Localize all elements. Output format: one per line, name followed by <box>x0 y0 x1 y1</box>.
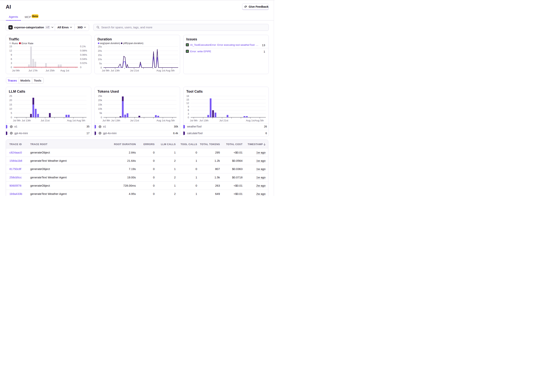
svg-text:0.1%: 0.1% <box>80 45 86 48</box>
svg-text:15s: 15s <box>98 54 102 56</box>
svg-text:18: 18 <box>186 95 189 98</box>
svg-text:Jul 9th: Jul 9th <box>190 119 198 122</box>
svg-text:15: 15 <box>9 103 12 106</box>
svg-text:15k: 15k <box>98 103 102 106</box>
svg-text:Jul 21st: Jul 21st <box>41 119 50 122</box>
svg-text:20: 20 <box>9 99 12 102</box>
svg-text:25s: 25s <box>98 45 102 48</box>
svg-text:10k: 10k <box>98 107 102 110</box>
svg-text:Jul 9th: Jul 9th <box>102 69 110 72</box>
svg-text:15: 15 <box>9 45 12 48</box>
svg-text:12: 12 <box>9 49 12 52</box>
svg-text:0: 0 <box>11 116 12 119</box>
svg-text:15: 15 <box>186 98 189 101</box>
svg-text:20k: 20k <box>98 99 102 102</box>
svg-text:9: 9 <box>187 105 189 108</box>
svg-text:3: 3 <box>187 112 189 115</box>
svg-text:Jul 9th: Jul 9th <box>12 69 20 72</box>
svg-text:0: 0 <box>101 116 102 119</box>
svg-text:Jul 13th: Jul 13th <box>22 119 31 122</box>
svg-text:Aug 5th: Aug 5th <box>255 119 264 122</box>
svg-text:Jul 9th: Jul 9th <box>102 119 110 122</box>
svg-text:Jul 13th: Jul 13th <box>200 119 208 122</box>
svg-text:3: 3 <box>11 62 12 64</box>
svg-text:5: 5 <box>11 112 12 114</box>
svg-text:Jul 21st: Jul 21st <box>130 69 139 72</box>
svg-text:0: 0 <box>80 66 81 69</box>
svg-text:12: 12 <box>186 102 189 105</box>
svg-text:25: 25 <box>9 95 12 98</box>
svg-text:0: 0 <box>100 66 102 69</box>
svg-text:10s: 10s <box>98 58 102 61</box>
svg-text:Aug 5th: Aug 5th <box>166 69 175 72</box>
svg-text:6: 6 <box>11 58 12 61</box>
svg-text:Aug 1st: Aug 1st <box>246 119 255 122</box>
svg-text:Aug 1st: Aug 1st <box>156 69 165 72</box>
svg-text:Jul 13th: Jul 13th <box>111 69 120 72</box>
svg-text:0.06%: 0.06% <box>80 53 87 56</box>
svg-text:10: 10 <box>9 107 12 110</box>
svg-text:Aug 1st: Aug 1st <box>60 69 69 72</box>
svg-text:0.08%: 0.08% <box>80 49 87 52</box>
svg-text:Jul 25th: Jul 25th <box>46 69 55 72</box>
svg-text:Jul 21st: Jul 21st <box>219 119 228 122</box>
svg-text:25k: 25k <box>98 95 102 98</box>
svg-text:0.02%: 0.02% <box>80 62 87 64</box>
svg-text:0.04%: 0.04% <box>80 58 87 61</box>
svg-text:Aug 5th: Aug 5th <box>166 119 175 122</box>
svg-text:Aug 1st: Aug 1st <box>67 119 76 122</box>
svg-text:Jul 9th: Jul 9th <box>13 119 21 122</box>
svg-text:Aug 1st: Aug 1st <box>157 119 165 122</box>
svg-text:0: 0 <box>11 66 12 69</box>
svg-text:6: 6 <box>187 109 189 112</box>
svg-text:9: 9 <box>11 53 12 56</box>
svg-text:Jul 17th: Jul 17th <box>29 69 37 72</box>
svg-text:20s: 20s <box>98 49 102 52</box>
svg-text:5s: 5s <box>99 62 102 65</box>
svg-text:0: 0 <box>187 116 189 119</box>
svg-text:Jul 13th: Jul 13th <box>111 119 120 122</box>
svg-text:N: N <box>10 26 11 29</box>
svg-text:Jul 21st: Jul 21st <box>130 119 139 122</box>
svg-text:5k: 5k <box>100 112 102 114</box>
svg-text:Aug 5th: Aug 5th <box>76 119 86 122</box>
